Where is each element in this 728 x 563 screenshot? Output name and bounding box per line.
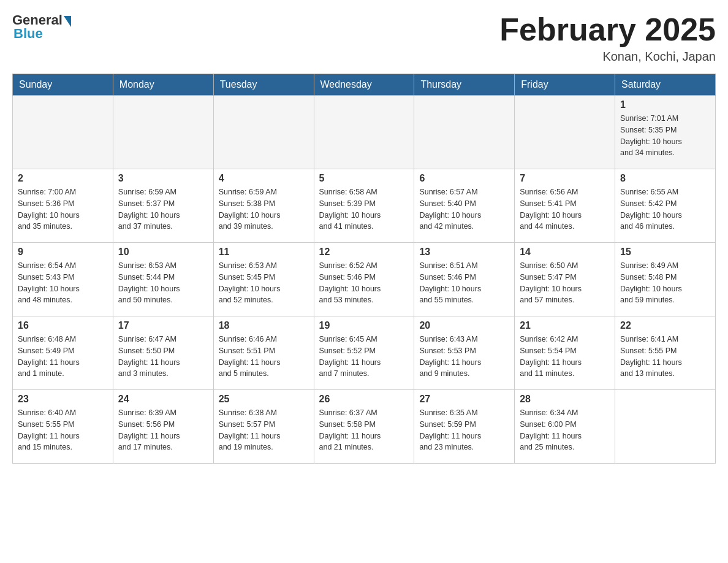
day-number: 13 — [419, 247, 509, 258]
day-info: Sunrise: 6:54 AM Sunset: 5:43 PM Dayligh… — [18, 260, 108, 306]
day-info: Sunrise: 6:53 AM Sunset: 5:45 PM Dayligh… — [219, 260, 309, 306]
calendar-cell: 27Sunrise: 6:35 AM Sunset: 5:59 PM Dayli… — [414, 390, 515, 464]
calendar-cell: 21Sunrise: 6:42 AM Sunset: 5:54 PM Dayli… — [515, 316, 615, 390]
day-info: Sunrise: 6:57 AM Sunset: 5:40 PM Dayligh… — [419, 186, 509, 232]
calendar-cell — [615, 390, 716, 464]
day-of-week-header: Sunday — [13, 74, 113, 96]
day-of-week-header: Tuesday — [213, 74, 314, 96]
day-info: Sunrise: 7:00 AM Sunset: 5:36 PM Dayligh… — [18, 186, 108, 232]
calendar-cell: 13Sunrise: 6:51 AM Sunset: 5:46 PM Dayli… — [414, 243, 515, 316]
day-number: 8 — [620, 173, 710, 184]
calendar-cell — [13, 96, 113, 169]
calendar-week-row: 16Sunrise: 6:48 AM Sunset: 5:49 PM Dayli… — [13, 316, 716, 390]
day-info: Sunrise: 6:59 AM Sunset: 5:37 PM Dayligh… — [118, 186, 208, 232]
day-info: Sunrise: 6:58 AM Sunset: 5:39 PM Dayligh… — [319, 186, 409, 232]
day-info: Sunrise: 6:56 AM Sunset: 5:41 PM Dayligh… — [520, 186, 610, 232]
day-info: Sunrise: 6:34 AM Sunset: 6:00 PM Dayligh… — [520, 407, 610, 453]
day-number: 22 — [620, 320, 710, 331]
calendar-cell: 28Sunrise: 6:34 AM Sunset: 6:00 PM Dayli… — [515, 390, 615, 464]
day-info: Sunrise: 6:55 AM Sunset: 5:42 PM Dayligh… — [620, 186, 710, 232]
calendar-cell — [414, 96, 515, 169]
calendar-cell: 1Sunrise: 7:01 AM Sunset: 5:35 PM Daylig… — [615, 96, 716, 169]
day-info: Sunrise: 6:50 AM Sunset: 5:47 PM Dayligh… — [520, 260, 610, 306]
calendar-cell: 19Sunrise: 6:45 AM Sunset: 5:52 PM Dayli… — [314, 316, 414, 390]
day-number: 26 — [319, 394, 409, 405]
calendar-week-row: 23Sunrise: 6:40 AM Sunset: 5:55 PM Dayli… — [13, 390, 716, 464]
day-info: Sunrise: 6:39 AM Sunset: 5:56 PM Dayligh… — [118, 407, 208, 453]
day-number: 15 — [620, 247, 710, 258]
day-number: 5 — [319, 173, 409, 184]
day-number: 14 — [520, 247, 610, 258]
logo-blue-text: Blue — [13, 26, 43, 42]
day-info: Sunrise: 6:52 AM Sunset: 5:46 PM Dayligh… — [319, 260, 409, 306]
calendar-header-row: SundayMondayTuesdayWednesdayThursdayFrid… — [13, 74, 716, 96]
calendar-cell: 3Sunrise: 6:59 AM Sunset: 5:37 PM Daylig… — [113, 169, 213, 243]
day-number: 10 — [118, 247, 208, 258]
calendar-cell: 6Sunrise: 6:57 AM Sunset: 5:40 PM Daylig… — [414, 169, 515, 243]
day-number: 4 — [219, 173, 309, 184]
calendar-cell: 18Sunrise: 6:46 AM Sunset: 5:51 PM Dayli… — [213, 316, 314, 390]
month-title: February 2025 — [499, 12, 716, 47]
title-area: February 2025 Konan, Kochi, Japan — [499, 12, 716, 64]
calendar-table: SundayMondayTuesdayWednesdayThursdayFrid… — [12, 74, 716, 464]
calendar-cell: 11Sunrise: 6:53 AM Sunset: 5:45 PM Dayli… — [213, 243, 314, 316]
day-number: 2 — [18, 173, 108, 184]
day-info: Sunrise: 7:01 AM Sunset: 5:35 PM Dayligh… — [620, 113, 710, 159]
day-number: 1 — [620, 99, 710, 110]
day-number: 24 — [118, 394, 208, 405]
day-number: 19 — [319, 320, 409, 331]
day-number: 23 — [18, 394, 108, 405]
calendar-cell: 26Sunrise: 6:37 AM Sunset: 5:58 PM Dayli… — [314, 390, 414, 464]
calendar-cell: 25Sunrise: 6:38 AM Sunset: 5:57 PM Dayli… — [213, 390, 314, 464]
day-info: Sunrise: 6:41 AM Sunset: 5:55 PM Dayligh… — [620, 334, 710, 380]
calendar-week-row: 9Sunrise: 6:54 AM Sunset: 5:43 PM Daylig… — [13, 243, 716, 316]
day-of-week-header: Saturday — [615, 74, 716, 96]
day-number: 12 — [319, 247, 409, 258]
day-of-week-header: Monday — [113, 74, 213, 96]
day-info: Sunrise: 6:53 AM Sunset: 5:44 PM Dayligh… — [118, 260, 208, 306]
calendar-cell: 4Sunrise: 6:59 AM Sunset: 5:38 PM Daylig… — [213, 169, 314, 243]
day-of-week-header: Wednesday — [314, 74, 414, 96]
calendar-cell: 9Sunrise: 6:54 AM Sunset: 5:43 PM Daylig… — [13, 243, 113, 316]
day-info: Sunrise: 6:59 AM Sunset: 5:38 PM Dayligh… — [219, 186, 309, 232]
calendar-cell: 5Sunrise: 6:58 AM Sunset: 5:39 PM Daylig… — [314, 169, 414, 243]
day-info: Sunrise: 6:48 AM Sunset: 5:49 PM Dayligh… — [18, 334, 108, 380]
day-number: 18 — [219, 320, 309, 331]
calendar-cell: 15Sunrise: 6:49 AM Sunset: 5:48 PM Dayli… — [615, 243, 716, 316]
calendar-cell: 24Sunrise: 6:39 AM Sunset: 5:56 PM Dayli… — [113, 390, 213, 464]
day-number: 28 — [520, 394, 610, 405]
calendar-cell: 22Sunrise: 6:41 AM Sunset: 5:55 PM Dayli… — [615, 316, 716, 390]
day-number: 11 — [219, 247, 309, 258]
calendar-cell: 2Sunrise: 7:00 AM Sunset: 5:36 PM Daylig… — [13, 169, 113, 243]
calendar-cell — [515, 96, 615, 169]
calendar-cell: 17Sunrise: 6:47 AM Sunset: 5:50 PM Dayli… — [113, 316, 213, 390]
day-of-week-header: Thursday — [414, 74, 515, 96]
day-number: 3 — [118, 173, 208, 184]
location-subtitle: Konan, Kochi, Japan — [499, 50, 716, 64]
calendar-cell: 23Sunrise: 6:40 AM Sunset: 5:55 PM Dayli… — [13, 390, 113, 464]
day-info: Sunrise: 6:49 AM Sunset: 5:48 PM Dayligh… — [620, 260, 710, 306]
day-info: Sunrise: 6:43 AM Sunset: 5:53 PM Dayligh… — [419, 334, 509, 380]
day-number: 9 — [18, 247, 108, 258]
page-header: General Blue February 2025 Konan, Kochi,… — [12, 12, 716, 64]
day-number: 16 — [18, 320, 108, 331]
calendar-week-row: 2Sunrise: 7:00 AM Sunset: 5:36 PM Daylig… — [13, 169, 716, 243]
calendar-cell: 8Sunrise: 6:55 AM Sunset: 5:42 PM Daylig… — [615, 169, 716, 243]
day-number: 21 — [520, 320, 610, 331]
calendar-cell: 16Sunrise: 6:48 AM Sunset: 5:49 PM Dayli… — [13, 316, 113, 390]
calendar-cell — [213, 96, 314, 169]
calendar-cell — [314, 96, 414, 169]
day-info: Sunrise: 6:45 AM Sunset: 5:52 PM Dayligh… — [319, 334, 409, 380]
calendar-week-row: 1Sunrise: 7:01 AM Sunset: 5:35 PM Daylig… — [13, 96, 716, 169]
day-info: Sunrise: 6:38 AM Sunset: 5:57 PM Dayligh… — [219, 407, 309, 453]
day-info: Sunrise: 6:42 AM Sunset: 5:54 PM Dayligh… — [520, 334, 610, 380]
day-info: Sunrise: 6:51 AM Sunset: 5:46 PM Dayligh… — [419, 260, 509, 306]
day-info: Sunrise: 6:47 AM Sunset: 5:50 PM Dayligh… — [118, 334, 208, 380]
calendar-cell: 12Sunrise: 6:52 AM Sunset: 5:46 PM Dayli… — [314, 243, 414, 316]
day-number: 17 — [118, 320, 208, 331]
day-number: 6 — [419, 173, 509, 184]
day-number: 20 — [419, 320, 509, 331]
day-info: Sunrise: 6:46 AM Sunset: 5:51 PM Dayligh… — [219, 334, 309, 380]
calendar-cell: 10Sunrise: 6:53 AM Sunset: 5:44 PM Dayli… — [113, 243, 213, 316]
calendar-cell — [113, 96, 213, 169]
